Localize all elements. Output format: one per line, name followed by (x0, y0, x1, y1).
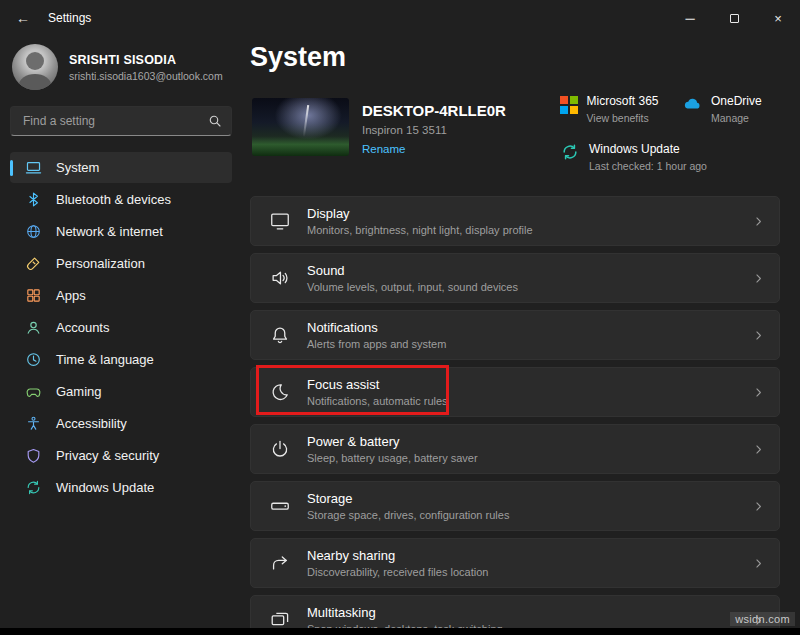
sidebar-item-privacy-security[interactable]: Privacy & security (10, 440, 232, 471)
status-card-windows-update: Windows Update Last checked: 1 hour ago (560, 142, 750, 172)
search-box (10, 106, 232, 136)
row-subtitle: Discoverability, received files location (307, 566, 752, 578)
windows-update-status-icon (560, 142, 580, 162)
manage-link[interactable]: Manage (711, 112, 762, 124)
settings-row-display[interactable]: Display Monitors, brightness, night ligh… (250, 196, 780, 246)
bluetooth-icon (24, 191, 42, 208)
row-title: Multitasking (307, 605, 752, 620)
chevron-right-icon (752, 500, 765, 513)
row-title: Nearby sharing (307, 548, 752, 563)
status-title: Microsoft 365 (587, 94, 659, 108)
windows-update-icon (24, 479, 42, 496)
nearby-sharing-icon (268, 552, 292, 574)
gaming-icon (24, 383, 42, 400)
power-icon (268, 438, 292, 460)
sidebar-item-label: Accessibility (56, 416, 127, 431)
search-input[interactable] (10, 106, 232, 136)
row-subtitle: Storage space, drives, configuration rul… (307, 509, 752, 521)
sidebar-item-gaming[interactable]: Gaming (10, 376, 232, 407)
sidebar-item-label: Apps (56, 288, 86, 303)
sidebar-item-label: Time & language (56, 352, 154, 367)
sidebar-item-system[interactable]: System (10, 152, 232, 183)
maximize-icon (730, 14, 739, 23)
sound-icon (268, 267, 292, 289)
settings-row-storage[interactable]: Storage Storage space, drives, configura… (250, 481, 780, 531)
sidebar-item-label: Windows Update (56, 480, 154, 495)
status-card-microsoft-365: Microsoft 365 View benefits (560, 94, 680, 124)
sidebar-item-windows-update[interactable]: Windows Update (10, 472, 232, 503)
chevron-right-icon (752, 215, 765, 228)
row-subtitle: Volume levels, output, input, sound devi… (307, 281, 752, 293)
row-title: Focus assist (307, 377, 752, 392)
storage-icon (268, 495, 292, 517)
sidebar-item-apps[interactable]: Apps (10, 280, 232, 311)
device-thumbnail (252, 98, 349, 156)
sidebar-item-time-language[interactable]: Time & language (10, 344, 232, 375)
settings-rows: Display Monitors, brightness, night ligh… (250, 196, 780, 635)
window-title: Settings (48, 11, 91, 25)
apps-icon (24, 287, 42, 304)
minimize-icon: ─ (685, 11, 694, 26)
sidebar: SRISHTI SISODIA srishti.sisodia1603@outl… (0, 36, 246, 635)
sidebar-item-accessibility[interactable]: Accessibility (10, 408, 232, 439)
display-icon (268, 210, 292, 232)
sidebar-item-bluetooth-devices[interactable]: Bluetooth & devices (10, 184, 232, 215)
rename-link[interactable]: Rename (362, 143, 506, 155)
chevron-right-icon (752, 557, 765, 570)
maximize-button[interactable] (712, 0, 756, 36)
bottom-bar (0, 628, 800, 635)
personalization-icon (24, 255, 42, 272)
row-title: Display (307, 206, 752, 221)
accounts-icon (24, 319, 42, 336)
notifications-icon (268, 324, 292, 346)
row-title: Storage (307, 491, 752, 506)
view-benefits-link[interactable]: View benefits (587, 112, 659, 124)
onedrive-icon (682, 94, 702, 114)
privacy-security-icon (24, 447, 42, 464)
search-icon (207, 113, 223, 129)
page-title: System (250, 42, 346, 73)
settings-row-notifications[interactable]: Notifications Alerts from apps and syste… (250, 310, 780, 360)
row-title: Sound (307, 263, 752, 278)
main-content: System DESKTOP-4RLLE0R Inspiron 15 3511 … (250, 36, 800, 635)
status-title: OneDrive (711, 94, 762, 108)
back-button[interactable]: ← (6, 4, 40, 32)
minimize-button[interactable]: ─ (668, 0, 712, 36)
sidebar-item-label: Accounts (56, 320, 109, 335)
microsoft-365-icon (560, 96, 578, 114)
row-subtitle: Notifications, automatic rules (307, 395, 752, 407)
profile-card[interactable]: SRISHTI SISODIA srishti.sisodia1603@outl… (10, 40, 232, 102)
row-subtitle: Alerts from apps and system (307, 338, 752, 350)
chevron-right-icon (752, 329, 765, 342)
settings-row-focus-assist[interactable]: Focus assist Notifications, automatic ru… (250, 367, 780, 417)
row-title: Notifications (307, 320, 752, 335)
close-icon: × (774, 11, 782, 26)
system-icon (24, 159, 42, 176)
avatar (12, 44, 58, 90)
settings-row-sound[interactable]: Sound Volume levels, output, input, soun… (250, 253, 780, 303)
device-info: DESKTOP-4RLLE0R Inspiron 15 3511 Rename (362, 102, 506, 155)
row-subtitle: Sleep, battery usage, battery saver (307, 452, 752, 464)
profile-email: srishti.sisodia1603@outlook.com (69, 70, 223, 82)
status-title: Windows Update (589, 142, 707, 156)
chevron-right-icon (752, 386, 765, 399)
sidebar-item-personalization[interactable]: Personalization (10, 248, 232, 279)
sidebar-item-network-internet[interactable]: Network & internet (10, 216, 232, 247)
sidebar-item-label: Bluetooth & devices (56, 192, 171, 207)
settings-row-nearby-sharing[interactable]: Nearby sharing Discoverability, received… (250, 538, 780, 588)
device-name: DESKTOP-4RLLE0R (362, 102, 506, 119)
close-button[interactable]: × (756, 0, 800, 36)
sidebar-nav: System Bluetooth & devices Network & int… (10, 152, 232, 503)
watermark: wsidn.com (730, 612, 795, 626)
sidebar-item-accounts[interactable]: Accounts (10, 312, 232, 343)
settings-row-power-battery[interactable]: Power & battery Sleep, battery usage, ba… (250, 424, 780, 474)
status-subtitle: Last checked: 1 hour ago (589, 160, 707, 172)
back-icon: ← (16, 10, 30, 26)
time-language-icon (24, 351, 42, 368)
accessibility-icon (24, 415, 42, 432)
chevron-right-icon (752, 443, 765, 456)
titlebar: ← Settings ─ × (0, 0, 800, 36)
sidebar-item-label: Privacy & security (56, 448, 159, 463)
window-controls: ─ × (668, 0, 800, 36)
chevron-right-icon (752, 272, 765, 285)
